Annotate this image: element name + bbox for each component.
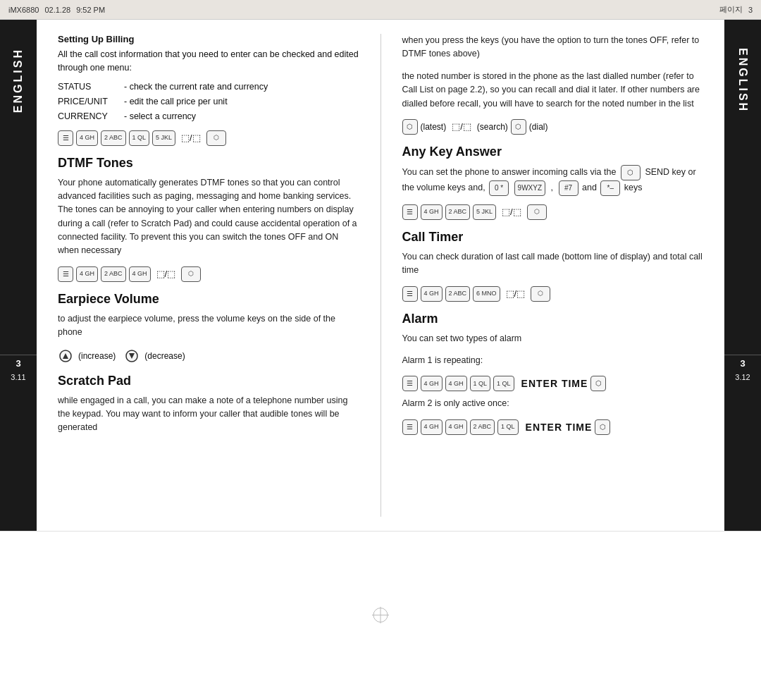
key-ok-a2: ⬡ — [595, 419, 610, 435]
currency-label: CURRENCY — [58, 109, 121, 124]
dtmf-title: DTMF Tones — [58, 156, 359, 171]
key-menu-billing: ☰ — [58, 130, 73, 146]
key-ok-billing: ⬡ — [206, 130, 226, 146]
right-intro-line2: the noted number is stored in the phone … — [402, 70, 704, 111]
enter-time-2: ENTER TIME — [526, 422, 593, 433]
key-4gh-a2: 4 GH — [421, 419, 443, 435]
page-label: 페이지 — [719, 4, 743, 15]
status-label: STATUS — [58, 80, 121, 94]
dtmf-body: Your phone automatically generates DTMF … — [58, 176, 359, 258]
left-column: Setting Up Billing All the call cost inf… — [58, 34, 381, 517]
key-ok-a1: ⬡ — [590, 376, 606, 391]
comma-any: , — [551, 183, 553, 192]
key-ok-dtmf: ⬡ — [181, 266, 201, 282]
dial-label: (dial) — [529, 122, 548, 132]
call-timer-key-row: ☰ 4 GH 2 ABC 6 MNO ⬚/⬚ ⬡ — [402, 286, 704, 302]
scratch-body: while engaged in a call, you can make a … — [58, 394, 359, 435]
sidebar-right-sub: 3.12 — [724, 372, 761, 383]
key-6mno-ct: 6 MNO — [473, 286, 500, 302]
key-9wxyz: 9WXYZ — [514, 180, 545, 196]
key-star-dash: *– — [600, 180, 620, 196]
key-send-any: ⬡ — [621, 165, 641, 180]
alarm-body: You can set two types of alarm — [402, 332, 704, 345]
model-label: iMX6880 — [8, 6, 39, 14]
enter-time-1: ENTER TIME — [521, 378, 588, 389]
right-column: when you press the keys (you have the op… — [381, 34, 704, 517]
key-menu-dtmf: ☰ — [58, 266, 73, 282]
main-area: ENGLISH 3 3.11 Setting Up Billing All th… — [0, 20, 761, 531]
key-2abc-a2: 2 ABC — [470, 419, 495, 435]
key-menu-any: ☰ — [402, 204, 418, 220]
key-0star: 0 * — [489, 180, 509, 196]
key-menu-a2: ☰ — [402, 419, 418, 435]
alarm1-key-row: ☰ 4 GH 4 GH 1 QL 1 QL ENTER TIME ⬡ — [402, 376, 704, 391]
price-desc: - edit the call price per unit — [124, 94, 228, 109]
slash-dtmf: ⬚/⬚ — [156, 269, 176, 279]
alarm-title: Alarm — [402, 312, 704, 326]
currency-desc: - select a currency — [124, 109, 196, 124]
earpiece-title: Earpiece Volume — [58, 292, 359, 307]
page-container: iMX6880 02.1.28 9:52 PM 페이지 3 ENGLISH 3 … — [0, 0, 761, 700]
call-list-key-row: ⬡ (latest) ⬚/⬚ (search) ⬡ (dial) — [402, 119, 704, 135]
page-num: 3 — [748, 6, 753, 14]
sidebar-right: ENGLISH 3 3.12 — [724, 20, 761, 531]
latest-label: (latest) — [421, 122, 447, 132]
key-1ql-billing: 1 QL — [129, 130, 150, 146]
call-timer-title: Call Timer — [402, 230, 704, 245]
keys-label: keys — [624, 183, 643, 192]
any-key-title: Any Key Answer — [402, 145, 704, 159]
key-4gh-dtmf2: 4 GH — [129, 266, 151, 282]
date-label: 02.1.28 — [44, 6, 70, 14]
key-1ql-a2: 1 QL — [497, 419, 519, 435]
key-send-cl: ⬡ — [402, 119, 418, 135]
slash-ct: ⬚/⬚ — [506, 288, 526, 299]
alarm1-label: Alarm 1 is repeating: — [402, 354, 704, 367]
key-4gh-a2b: 4 GH — [445, 419, 467, 435]
decrease-label: (decrease) — [144, 351, 185, 361]
key-2abc-dtmf: 2 ABC — [101, 266, 126, 282]
key-dial-cl: ⬡ — [511, 119, 526, 135]
key-2abc-ct: 2 ABC — [445, 286, 471, 302]
key-4gh-billing: 4 GH — [76, 130, 98, 146]
dtmf-section: DTMF Tones Your phone automatically gene… — [58, 156, 359, 282]
scratch-title: Scratch Pad — [58, 374, 359, 388]
sidebar-left-sub: 3.11 — [0, 372, 37, 383]
send-key-label: SEND — [645, 167, 669, 177]
key-5jkl-any: 5 JKL — [473, 204, 496, 220]
nav-slash-cl: ⬚/⬚ — [452, 121, 471, 132]
time-label: 9:52 PM — [76, 6, 105, 14]
status-desc: - check the current rate and currency — [124, 80, 268, 94]
key-ok-any: ⬡ — [527, 204, 547, 220]
vol-down-icon — [124, 348, 140, 364]
key-4gh-a1: 4 GH — [421, 376, 443, 391]
billing-item-status: STATUS - check the current rate and curr… — [58, 80, 359, 94]
call-timer-section: Call Timer You can check duration of las… — [402, 230, 704, 302]
any-key-body: You can set the phone to answer incoming… — [402, 165, 704, 196]
sidebar-right-section: 3 3.12 — [724, 355, 761, 383]
key-1ql-a1: 1 QL — [470, 376, 491, 391]
key-2abc-billing: 2 ABC — [101, 130, 126, 146]
billing-title: Setting Up Billing — [58, 34, 359, 44]
page-bottom-area — [0, 531, 761, 700]
right-intro-line1: when you press the keys (you have the op… — [402, 34, 704, 61]
billing-body: All the call cost information that you n… — [58, 48, 359, 75]
earpiece-section: Earpiece Volume to adjust the earpiece v… — [58, 292, 359, 364]
sidebar-right-english: ENGLISH — [736, 34, 749, 127]
dtmf-key-row: ☰ 4 GH 2 ABC 4 GH ⬚/⬚ ⬡ — [58, 266, 359, 282]
key-ok-ct: ⬡ — [531, 286, 550, 302]
billing-item-currency: CURRENCY - select a currency — [58, 109, 359, 124]
key-hash7: #7 — [559, 180, 579, 196]
billing-key-row: ☰ 4 GH 2 ABC 1 QL 5 JKL ⬚/⬚ ⬡ — [58, 130, 359, 146]
key-2abc-any: 2 ABC — [445, 204, 471, 220]
center-content: Setting Up Billing All the call cost inf… — [37, 20, 724, 531]
crosshair-center — [372, 606, 389, 625]
key-5jkl-billing: 5 JKL — [152, 130, 175, 146]
slash-billing: ⬚/⬚ — [181, 133, 201, 143]
key-4gh-ct: 4 GH — [421, 286, 443, 302]
search-label: (search) — [477, 122, 508, 132]
sidebar-left-num: 3 — [0, 355, 37, 372]
any-key-row: ☰ 4 GH 2 ABC 5 JKL ⬚/⬚ ⬡ — [402, 204, 704, 220]
sidebar-right-num: 3 — [724, 355, 761, 372]
earpiece-body: to adjust the earpiece volume, press the… — [58, 312, 359, 340]
key-1ql-a1b: 1 QL — [493, 376, 514, 391]
